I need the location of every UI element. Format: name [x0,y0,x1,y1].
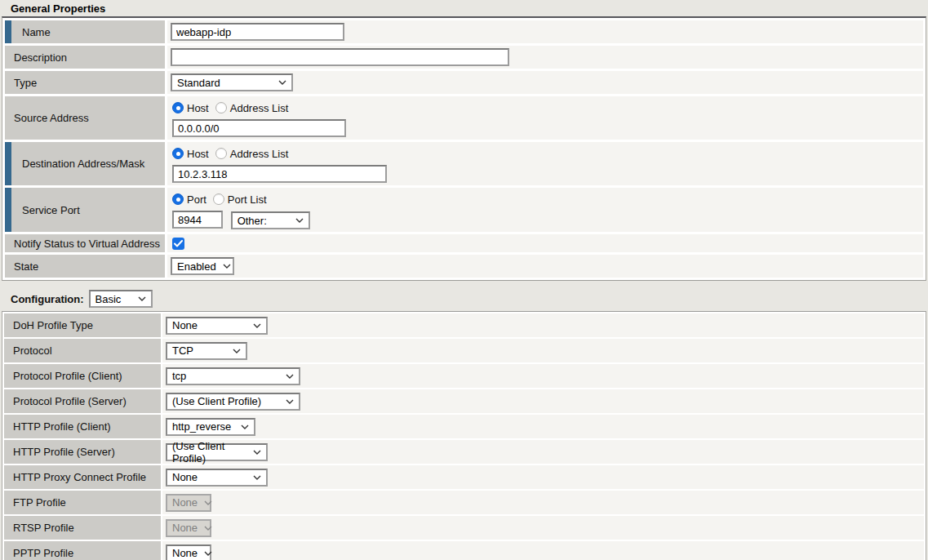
source-host-radio-label: Host [187,102,209,114]
http-profile-server-select[interactable]: (Use Client Profile) [166,443,268,461]
table-row: Notify Status to Virtual Address [5,234,923,252]
table-row: Description [5,46,923,69]
general-properties-table: Name Description Type Standard Source Ad… [2,16,926,281]
protocol-select[interactable]: TCP [166,342,247,360]
pptp-profile-label: PPTP Profile [4,541,161,560]
destination-address-list-radio[interactable] [215,148,227,159]
port-type-select[interactable]: Other: [231,211,310,229]
protocol-label: Protocol [4,339,161,362]
protocol-profile-server-select[interactable]: (Use Client Profile) [166,393,300,411]
table-row: Service Port Port Port List Other: [5,188,923,232]
table-row: RTSP Profile None [4,516,924,540]
chevron-down-icon [204,551,212,556]
port-list-radio-label: Port List [228,193,267,206]
ftp-profile-label: FTP Profile [4,491,161,514]
http-proxy-connect-profile-label: HTTP Proxy Connect Profile [4,465,161,489]
service-port-input[interactable] [172,211,223,229]
source-address-list-radio[interactable] [215,102,227,113]
state-label: State [5,255,165,278]
table-row: Name [5,20,923,43]
source-address-label: Source Address [5,96,165,140]
ftp-profile-select: None [166,494,211,512]
doh-profile-type-label: DoH Profile Type [4,313,161,337]
table-row: Protocol TCP [4,339,924,362]
notify-status-checkbox[interactable] [172,238,184,250]
source-address-input[interactable] [172,119,346,137]
table-row: DoH Profile Type None [4,313,924,337]
table-row: PPTP Profile None [4,541,924,560]
type-select[interactable]: Standard [171,73,293,91]
destination-host-radio-label: Host [187,148,209,160]
http-proxy-connect-profile-select[interactable]: None [166,469,268,487]
name-input[interactable] [171,23,344,41]
doh-profile-type-select[interactable]: None [166,317,268,335]
table-row: State Enabled [5,255,923,278]
source-host-radio[interactable] [172,102,184,113]
protocol-profile-server-label: Protocol Profile (Server) [4,389,161,413]
table-row: HTTP Profile (Server) (Use Client Profil… [4,440,924,464]
destination-address-list-radio-label: Address List [230,148,289,160]
name-label: Name [5,20,165,43]
table-row: HTTP Proxy Connect Profile None [4,465,924,489]
chevron-down-icon [295,218,304,223]
description-label: Description [5,46,165,69]
check-icon [174,238,183,250]
chevron-down-icon [253,475,261,480]
port-list-radio[interactable] [213,193,224,205]
configuration-label: Configuration: [11,293,84,305]
type-label: Type [5,71,165,94]
pptp-profile-select[interactable]: None [166,544,211,560]
chevron-down-icon [204,526,212,531]
chevron-down-icon [286,374,294,379]
protocol-profile-client-select[interactable]: tcp [166,367,300,385]
chevron-down-icon [253,450,261,455]
description-input[interactable] [171,48,509,66]
destination-address-label: Destination Address/Mask [5,142,165,185]
table-row: Protocol Profile (Client) tcp [4,364,924,388]
rtsp-profile-select: None [166,519,211,537]
configuration-level-select[interactable]: Basic [89,290,153,308]
port-radio[interactable] [172,193,184,205]
service-port-label: Service Port [5,188,165,232]
configuration-bar: Configuration: Basic [0,281,928,311]
table-row: Source Address Host Address List [5,96,923,140]
chevron-down-icon [233,349,241,353]
rtsp-profile-label: RTSP Profile [4,516,161,540]
http-profile-server-label: HTTP Profile (Server) [4,440,161,464]
table-row: Type Standard [5,71,923,94]
state-select[interactable]: Enabled [171,257,234,275]
destination-address-input[interactable] [172,165,387,183]
protocol-profile-client-label: Protocol Profile (Client) [4,364,161,388]
source-address-list-radio-label: Address List [230,102,289,114]
chevron-down-icon [286,399,294,404]
chevron-down-icon [138,296,146,301]
port-radio-label: Port [187,193,206,206]
chevron-down-icon [204,500,212,505]
general-properties-title: General Properties [0,0,928,16]
configuration-table: DoH Profile Type None Protocol TCP Proto… [2,311,926,560]
table-row: Destination Address/Mask Host Address Li… [5,142,923,185]
chevron-down-icon [241,424,249,429]
table-row: HTTP Profile (Client) http_reverse [4,415,924,438]
http-profile-client-select[interactable]: http_reverse [166,418,255,436]
chevron-down-icon [278,80,286,85]
http-profile-client-label: HTTP Profile (Client) [4,415,161,438]
chevron-down-icon [223,264,231,269]
chevron-down-icon [253,323,261,328]
table-row: FTP Profile None [4,491,924,514]
destination-host-radio[interactable] [172,148,184,159]
notify-status-label: Notify Status to Virtual Address [5,234,165,252]
table-row: Protocol Profile (Server) (Use Client Pr… [4,389,924,413]
